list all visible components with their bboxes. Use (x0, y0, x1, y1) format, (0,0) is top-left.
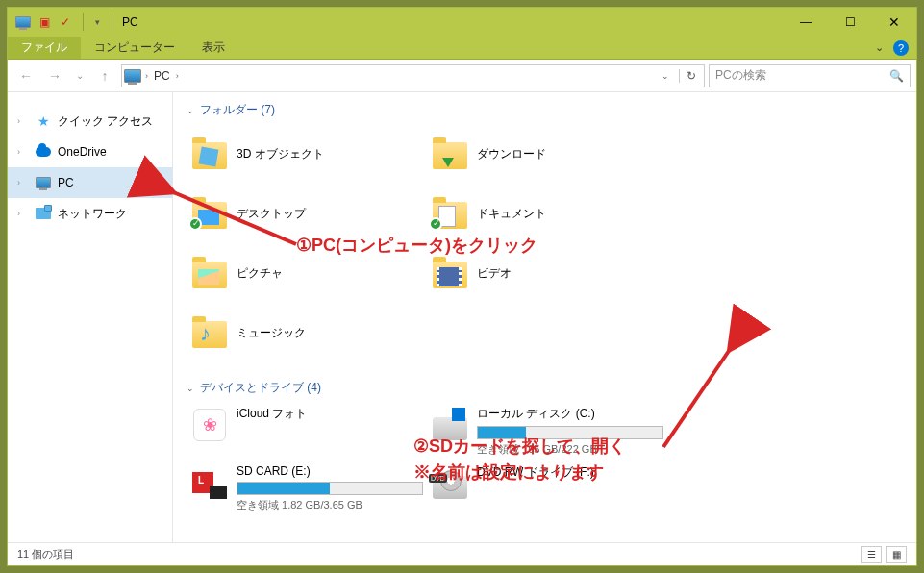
folder-downloads[interactable]: ダウンロード (427, 126, 667, 182)
view-details-button[interactable]: ☰ (861, 546, 882, 563)
drive-free: 空き領域 1.82 GB/3.65 GB (237, 498, 423, 512)
address-box[interactable]: › PC › ⌄ ↻ (121, 64, 705, 87)
breadcrumb-sep-icon[interactable]: › (176, 71, 179, 81)
drive-label: SD CARD (E:) (237, 464, 423, 478)
folder-desktop[interactable]: デスクトップ (187, 186, 427, 241)
folder-label: ピクチャ (237, 265, 283, 282)
folder-label: ビデオ (477, 265, 512, 282)
drive-label: ローカル ディスク (C:) (477, 406, 663, 422)
drive-sdcard-e[interactable]: SD CARD (E:) 空き領域 1.82 GB/3.65 GB (187, 462, 427, 514)
sidebar-item-quickaccess[interactable]: › ★ クイック アクセス (8, 106, 172, 137)
sidebar-item-label: PC (58, 176, 74, 189)
usage-bar (477, 426, 663, 439)
nav-up-button[interactable]: ↑ (92, 63, 117, 88)
expand-icon[interactable]: › (17, 209, 29, 218)
folder-videos[interactable]: ビデオ (427, 245, 667, 301)
titlebar: ▣ ✓ ▾ PC — ☐ ✕ (8, 8, 916, 37)
drive-icloud[interactable]: iCloud フォト (187, 404, 427, 459)
sdcard-icon (192, 472, 227, 499)
content-pane: ⌄ フォルダー (7) 3D オブジェクト ダウンロード デスクトップ ドキュメ… (173, 92, 916, 542)
folder-documents[interactable]: ドキュメント (427, 186, 667, 241)
app-icon (13, 12, 33, 32)
expand-icon[interactable]: › (17, 116, 29, 126)
qat-dropdown-icon[interactable]: ▾ (95, 17, 100, 27)
group-folders-header[interactable]: ⌄ フォルダー (7) (187, 102, 903, 118)
maximize-button[interactable]: ☐ (828, 8, 872, 37)
search-icon[interactable]: 🔍 (889, 69, 904, 83)
usage-bar (237, 482, 423, 495)
folder-label: ダウンロード (477, 146, 546, 162)
drive-free: 空き領域 165 GB/222 GB (477, 442, 663, 457)
drive-label: DVD RW ドライブ (F:) (477, 464, 663, 481)
drive-dvd-f[interactable]: DVD RW ドライブ (F:) (427, 462, 667, 514)
nav-forward-button[interactable]: → (42, 63, 67, 88)
sidebar-item-label: OneDrive (58, 145, 107, 159)
nav-history-dropdown[interactable]: ⌄ (71, 63, 88, 88)
expand-icon[interactable]: › (17, 147, 29, 157)
folder-3d-objects[interactable]: 3D オブジェクト (187, 126, 427, 182)
sidebar-item-label: ネットワーク (58, 206, 127, 222)
folder-label: デスクトップ (237, 206, 306, 222)
view-icons-button[interactable]: ▦ (886, 546, 907, 563)
onedrive-icon (35, 143, 52, 161)
chevron-down-icon: ⌄ (187, 106, 194, 115)
refresh-button[interactable]: ↻ (679, 69, 702, 83)
folder-label: ミュージック (237, 325, 306, 341)
explorer-window: ▣ ✓ ▾ PC — ☐ ✕ ファイル コンピューター 表示 ⌄ ? ← → ⌄… (7, 7, 917, 566)
window-title: PC (122, 15, 138, 29)
ribbon-tabs: ファイル コンピューター 表示 ⌄ ? (8, 37, 916, 60)
close-button[interactable]: ✕ (872, 8, 916, 37)
folder-label: 3D オブジェクト (237, 146, 324, 162)
nav-sidebar: › ★ クイック アクセス › OneDrive › PC › ネットワーク (8, 92, 173, 542)
search-input[interactable]: PCの検索 🔍 (709, 64, 911, 87)
drive-label: iCloud フォト (237, 406, 423, 422)
folder-label: ドキュメント (477, 206, 546, 222)
dvd-icon (433, 476, 467, 499)
breadcrumb-pc[interactable]: PC (152, 69, 172, 83)
qat-check-icon[interactable]: ✓ (56, 12, 75, 32)
ribbon-expand-icon[interactable]: ⌄ (875, 41, 884, 54)
status-item-count: 11 個の項目 (17, 547, 74, 561)
status-bar: 11 個の項目 ☰ ▦ (8, 542, 916, 565)
icloud-icon (193, 409, 226, 441)
tab-computer[interactable]: コンピューター (81, 37, 188, 59)
tab-file[interactable]: ファイル (8, 37, 81, 59)
sidebar-item-label: クイック アクセス (58, 113, 153, 130)
pc-icon (124, 69, 141, 83)
minimize-button[interactable]: — (784, 8, 828, 37)
quickaccess-icon: ★ (35, 112, 52, 130)
chevron-down-icon: ⌄ (187, 384, 194, 393)
network-icon (35, 205, 52, 222)
group-devices-header[interactable]: ⌄ デバイスとドライブ (4) (187, 380, 903, 396)
expand-icon[interactable]: › (17, 178, 29, 187)
breadcrumb-sep-icon[interactable]: › (145, 71, 148, 81)
qat-props-icon[interactable]: ▣ (35, 12, 54, 32)
sidebar-item-onedrive[interactable]: › OneDrive (8, 137, 172, 167)
nav-back-button[interactable]: ← (13, 63, 38, 88)
help-icon[interactable]: ? (893, 40, 909, 56)
search-placeholder: PCの検索 (715, 67, 766, 84)
folder-pictures[interactable]: ピクチャ (187, 245, 427, 301)
drive-local-c[interactable]: ローカル ディスク (C:) 空き領域 165 GB/222 GB (427, 404, 667, 459)
sidebar-item-network[interactable]: › ネットワーク (8, 198, 172, 229)
address-bar: ← → ⌄ ↑ › PC › ⌄ ↻ PCの検索 🔍 (8, 60, 916, 92)
sidebar-item-pc[interactable]: › PC (8, 167, 172, 198)
folder-music[interactable]: ♪ミュージック (187, 305, 427, 361)
hdd-icon (433, 417, 467, 440)
tab-view[interactable]: 表示 (188, 37, 238, 59)
address-dropdown-icon[interactable]: ⌄ (656, 71, 675, 81)
pc-icon (35, 174, 52, 191)
